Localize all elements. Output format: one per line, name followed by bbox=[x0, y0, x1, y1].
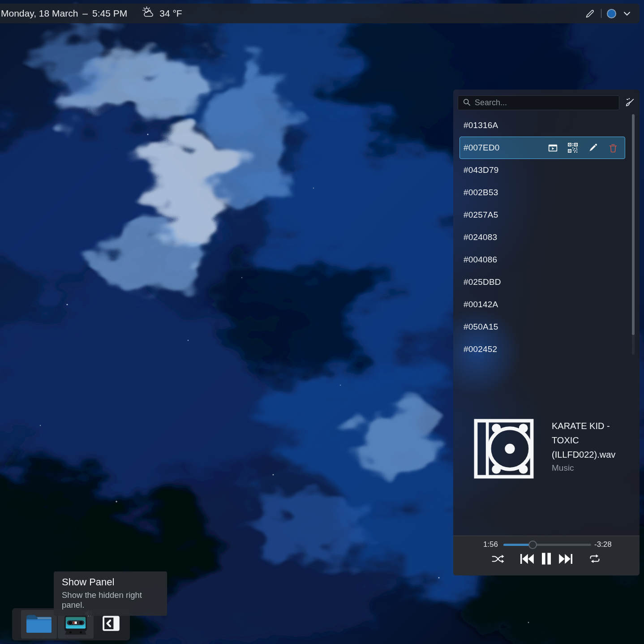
search-field[interactable] bbox=[458, 95, 619, 110]
color-hex-label: #00142A bbox=[464, 300, 498, 309]
pause-button[interactable] bbox=[541, 553, 552, 565]
media-player-footer: 1:56 -3:28 bbox=[453, 536, 640, 575]
color-history-item[interactable]: #007ED0 bbox=[459, 137, 625, 159]
folder-icon bbox=[26, 613, 52, 635]
edit-pencil-icon[interactable] bbox=[588, 143, 598, 153]
weather-temperature: 34 °F bbox=[159, 8, 182, 19]
color-history-item[interactable]: #024083 bbox=[459, 226, 625, 249]
tray-color-swatch[interactable] bbox=[607, 9, 616, 18]
color-hex-label: #002452 bbox=[464, 344, 497, 354]
skip-forward-button[interactable] bbox=[559, 554, 572, 564]
progress-handle[interactable] bbox=[528, 541, 537, 549]
shuffle-button[interactable] bbox=[492, 554, 504, 564]
color-picker-panel: #01316A #007ED0 bbox=[453, 90, 640, 575]
task-button-file-manager[interactable] bbox=[21, 610, 57, 639]
preview-window-icon[interactable] bbox=[548, 143, 558, 153]
color-hex-label: #043D79 bbox=[464, 165, 499, 175]
track-subtitle: Music bbox=[552, 463, 631, 473]
time-elapsed: 1:56 bbox=[453, 540, 498, 549]
album-art-placeholder-icon bbox=[474, 419, 534, 479]
sun-behind-cloud-icon bbox=[142, 6, 155, 21]
time-remaining: -3:28 bbox=[594, 540, 612, 549]
top-panel: Monday, 18 March – 5:45 PM 34 °F bbox=[0, 4, 640, 23]
color-history-item[interactable]: #00142A bbox=[459, 293, 625, 316]
color-history-item[interactable]: #050A15 bbox=[459, 316, 625, 338]
color-hex-label: #050A15 bbox=[464, 322, 498, 332]
color-history-item[interactable]: #0257A5 bbox=[459, 204, 625, 226]
color-row-actions bbox=[548, 143, 625, 153]
clear-history-broom-icon[interactable] bbox=[623, 96, 637, 110]
repeat-button[interactable] bbox=[588, 554, 601, 563]
weather-widget[interactable]: 34 °F bbox=[142, 6, 182, 21]
color-history-item[interactable]: #01316A bbox=[459, 114, 625, 137]
skip-backward-button[interactable] bbox=[520, 554, 534, 564]
qr-code-icon[interactable] bbox=[568, 143, 578, 153]
color-hex-label: #01316A bbox=[464, 120, 498, 130]
track-meta: KARATE KID - TOXIC (ILLFD022).wav Music bbox=[552, 419, 631, 479]
seek-row: 1:56 -3:28 bbox=[453, 540, 640, 549]
color-history-item[interactable]: #002452 bbox=[459, 338, 625, 358]
color-history-item[interactable]: #004086 bbox=[459, 249, 625, 271]
color-hex-label: #007ED0 bbox=[464, 143, 500, 153]
clock-widget[interactable]: Monday, 18 March – 5:45 PM bbox=[0, 8, 127, 19]
color-hex-label: #002B53 bbox=[464, 188, 498, 197]
chevron-down-icon[interactable] bbox=[622, 8, 632, 19]
clock-date: Monday, 18 March bbox=[1, 8, 78, 19]
color-history-item[interactable]: #043D79 bbox=[459, 159, 625, 181]
player-controls bbox=[453, 553, 640, 565]
search-input[interactable] bbox=[475, 98, 614, 107]
color-history-item[interactable]: #002B53 bbox=[459, 181, 625, 204]
color-history-item[interactable]: #025DBD bbox=[459, 271, 625, 293]
color-hex-label: #0257A5 bbox=[464, 210, 498, 220]
color-history-list: #01316A #007ED0 bbox=[453, 114, 640, 358]
tooltip-subtitle: Show the hidden right panel. bbox=[62, 590, 159, 610]
tooltip-title: Show Panel bbox=[62, 576, 159, 588]
tray-separator bbox=[601, 9, 601, 18]
clock-separator: – bbox=[82, 8, 88, 19]
delete-trash-icon[interactable] bbox=[608, 143, 618, 153]
color-hex-label: #024083 bbox=[464, 232, 497, 242]
seek-slider[interactable] bbox=[503, 540, 591, 549]
search-row bbox=[458, 95, 637, 110]
show-panel-tooltip: Show Panel Show the hidden right panel. bbox=[54, 571, 167, 616]
color-picker-pipette-icon[interactable] bbox=[585, 8, 596, 19]
search-icon bbox=[463, 98, 471, 108]
color-hex-label: #004086 bbox=[464, 255, 497, 265]
show-panel-icon bbox=[101, 613, 121, 635]
scrollbar-track[interactable] bbox=[632, 114, 635, 355]
track-title: KARATE KID - TOXIC (ILLFD022).wav bbox=[552, 419, 631, 462]
media-player-info: KARATE KID - TOXIC (ILLFD022).wav Music bbox=[474, 419, 631, 479]
desktop: Monday, 18 March – 5:45 PM 34 °F bbox=[0, 0, 644, 644]
clock-time: 5:45 PM bbox=[92, 8, 127, 19]
system-tray bbox=[585, 8, 640, 19]
scrollbar-thumb[interactable] bbox=[632, 114, 635, 335]
color-hex-label: #025DBD bbox=[464, 277, 501, 287]
